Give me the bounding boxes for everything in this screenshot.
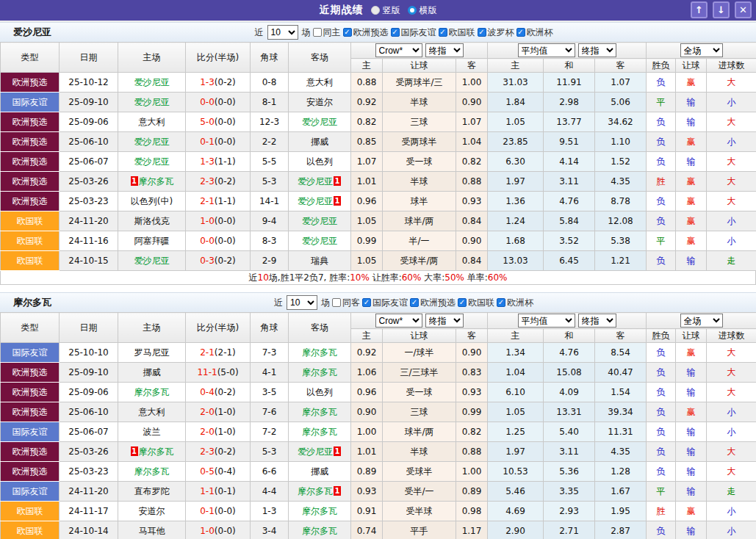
handicap-away-odds: 1.04: [456, 132, 488, 152]
average-final-select[interactable]: 终指: [578, 43, 616, 57]
average-select[interactable]: 平均值: [518, 43, 575, 57]
result-cell: 负: [647, 192, 676, 211]
result-cell: 胜: [647, 172, 676, 192]
match-row: 国际友谊25-10-10罗马尼亚2-1(2-1)7-3摩尔多瓦0.92一/球半0…: [1, 343, 756, 363]
result-cell: 平: [647, 482, 676, 502]
home-team-name: 爱沙尼亚: [134, 97, 170, 107]
corners-cell: 14-1: [251, 192, 289, 211]
scope-select[interactable]: 全场: [680, 314, 723, 328]
handicap-away-odds: 0.89: [456, 482, 488, 502]
avg-away-odds: 34.62: [595, 112, 647, 132]
handicap-line: 球半/两: [383, 422, 456, 442]
unchecked-checkbox-icon[interactable]: [332, 298, 341, 307]
avg-away-odds: 2.87: [595, 521, 647, 539]
move-up-button[interactable]: ↑: [691, 1, 708, 18]
result-cell: 负: [647, 343, 676, 363]
filter-checkbox-欧洲预选[interactable]: ✓欧洲预选: [343, 26, 389, 39]
scope-select-group: 全场: [647, 43, 756, 59]
result-cell: 负: [647, 521, 676, 539]
home-team-cell: 意大利: [118, 402, 186, 422]
checked-checkbox-icon[interactable]: ✓: [478, 28, 486, 37]
goals-result-cell: 大: [707, 462, 756, 482]
result-cell: 负: [647, 112, 676, 132]
scope-select-group: 全场: [647, 313, 756, 329]
page-title: 近期战绩: [320, 4, 364, 17]
match-row: 欧洲预选25-03-23摩尔多瓦0-5(0-4)6-6挪威0.89受球半1.00…: [1, 462, 756, 482]
handicap-line: 受一球: [383, 152, 456, 172]
handicap-line: 半球: [383, 93, 456, 112]
radio-selected-icon[interactable]: [371, 6, 380, 15]
window-buttons: ↑ ↓ ✕: [691, 1, 752, 18]
radio-unselected-icon[interactable]: [408, 6, 417, 15]
checked-checkbox-icon[interactable]: ✓: [343, 28, 352, 37]
filter-checkbox-欧洲预选[interactable]: ✓欧洲预选: [410, 297, 456, 309]
handicap-result-cell: 输: [676, 363, 707, 383]
close-icon: ✕: [739, 4, 747, 15]
away-team-name: 摩尔多瓦: [302, 367, 337, 377]
checked-checkbox-icon[interactable]: ✓: [362, 298, 371, 307]
avg-away-odds: 1.21: [595, 251, 647, 271]
radio-horizontal-label: 横版: [420, 4, 437, 17]
home-team-name: 摩尔多瓦: [139, 176, 174, 187]
handicap-result-cell: 输: [676, 442, 707, 462]
avg-draw-odds: 3.52: [544, 231, 595, 251]
score-cell: 1-1(0-1): [186, 482, 251, 502]
league-type-cell: 欧洲预选: [1, 442, 60, 462]
avg-draw-odds: 11.91: [544, 73, 595, 93]
home-team-name: 爱沙尼亚: [134, 256, 170, 266]
checked-checkbox-icon[interactable]: ✓: [439, 28, 447, 37]
company-select[interactable]: Crow*: [375, 43, 422, 57]
filter-checkbox-欧国联[interactable]: ✓欧国联: [458, 297, 494, 309]
league-type-cell: 欧洲预选: [1, 152, 60, 172]
header-row-top: 类型日期主场比分(半场)角球客场Crow*终指平均值终指全场: [1, 43, 756, 59]
away-team-name: 爱沙尼亚: [302, 117, 337, 127]
match-count-select[interactable]: 10: [267, 25, 298, 40]
checked-checkbox-icon[interactable]: ✓: [516, 28, 525, 37]
home-team-name: 摩尔多瓦: [134, 466, 170, 477]
close-button[interactable]: ✕: [735, 1, 752, 18]
filter-checkbox-欧洲杯[interactable]: ✓欧洲杯: [516, 26, 553, 39]
filter-checkbox-欧国联[interactable]: ✓欧国联: [439, 26, 475, 39]
summary-text: 让胜率:: [370, 272, 402, 283]
handicap-line: 受半球: [383, 502, 456, 521]
result-cell: 胜: [647, 502, 676, 521]
away-team-name: 瑞典: [311, 256, 328, 266]
average-select[interactable]: 平均值: [518, 314, 575, 328]
average-final-select[interactable]: 终指: [578, 314, 616, 328]
layout-radio-horizontal[interactable]: 横版: [408, 4, 437, 17]
filter-checkbox-同客[interactable]: 同客: [332, 297, 360, 309]
red-card-badge: 1: [131, 176, 138, 186]
company-final-select[interactable]: 终指: [425, 43, 464, 57]
checked-checkbox-icon[interactable]: ✓: [391, 28, 400, 37]
company-final-select[interactable]: 终指: [425, 314, 464, 328]
filter-checkbox-波罗杯[interactable]: ✓波罗杯: [478, 26, 514, 39]
company-select[interactable]: Crow*: [375, 314, 422, 328]
goals-result-cell: 小: [707, 422, 756, 442]
halftime-score: (2-1): [215, 347, 236, 358]
scope-select[interactable]: 全场: [680, 43, 723, 57]
corners-cell: 1-3: [251, 502, 289, 521]
checked-checkbox-icon[interactable]: ✓: [497, 298, 505, 307]
unchecked-checkbox-icon[interactable]: [313, 28, 322, 37]
checked-checkbox-icon[interactable]: ✓: [410, 298, 419, 307]
handicap-home-odds: 0.88: [351, 73, 383, 93]
handicap-result-cell: 赢: [676, 172, 707, 192]
filter-checkbox-同主[interactable]: 同主: [313, 26, 341, 39]
move-down-button[interactable]: ↓: [713, 1, 730, 18]
filter-checkbox-欧洲杯[interactable]: ✓欧洲杯: [497, 297, 533, 309]
home-team-cell: 1摩尔多瓦: [118, 442, 186, 462]
goals-result-cell: 小: [707, 502, 756, 521]
score-cell: 2-0(1-0): [186, 402, 251, 422]
league-type-cell: 欧洲预选: [1, 132, 60, 152]
avg-draw-odds: 13.77: [544, 112, 595, 132]
match-count-select[interactable]: 10: [287, 295, 317, 310]
score-cell: 1-0(0-0): [186, 521, 251, 539]
away-team-cell: 瑞典: [289, 251, 351, 271]
corners-cell: 4-4: [251, 482, 289, 502]
filter-checkbox-国际友谊[interactable]: ✓国际友谊: [391, 26, 436, 39]
filter-checkbox-国际友谊[interactable]: ✓国际友谊: [362, 297, 408, 309]
corners-cell: 8-1: [251, 93, 289, 112]
checked-checkbox-icon[interactable]: ✓: [458, 298, 467, 307]
handicap-line: 平手: [383, 521, 456, 539]
layout-radio-vertical[interactable]: 竖版: [371, 4, 400, 17]
